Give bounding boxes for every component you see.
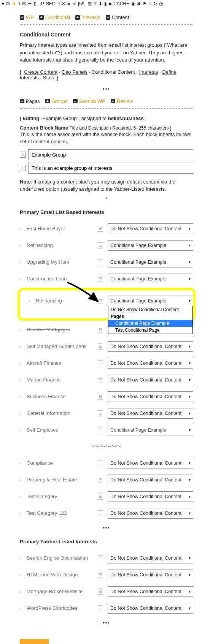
tools-icon[interactable]: ✖	[137, 1, 141, 6]
interest-select[interactable]: Conditional Page Example▾	[108, 240, 193, 251]
crumb-stats[interactable]: Stats	[43, 75, 54, 81]
interest-select[interactable]: Conditional Page Example▾	[108, 425, 193, 435]
shuffle-icon[interactable]: ✕	[62, 1, 65, 6]
redo-icon[interactable]: ↻	[153, 1, 157, 6]
interest-select[interactable]: Do Not Show Conditional Content▾	[108, 408, 193, 419]
chevron-down-icon: ▾	[189, 511, 191, 515]
pie-icon[interactable]: ◔	[159, 1, 163, 6]
expand-icon[interactable]: +	[20, 165, 26, 171]
block-title-input[interactable]	[28, 149, 193, 160]
interest-select[interactable]: Conditional Page Example▾	[108, 257, 193, 267]
interest-select[interactable]: Do Not Show Conditional Content▾	[108, 475, 193, 485]
badge-count[interactable]: [59]	[78, 1, 86, 6]
interest-label: General Information	[27, 410, 94, 416]
interest-label: Marine Finance	[27, 377, 94, 383]
chevron-icon: ›	[20, 411, 23, 416]
document-icon[interactable]	[98, 555, 103, 561]
document-icon[interactable]	[98, 494, 103, 500]
tab-send[interactable]: +Send to WP	[73, 98, 105, 104]
shield-icon[interactable]: ♥	[2, 1, 4, 6]
film-icon[interactable]: ▮	[104, 1, 107, 6]
interest-label: First Home Buyer	[27, 226, 94, 231]
admin-toolbar[interactable]: ♥ ✉ ▼ ℹ ✉ ☰ ▯ LP SEO fi ✕ ♣ ≺ [59] ▤ Y ⬇…	[0, 0, 213, 8]
image-icon[interactable]: ▤	[87, 1, 92, 6]
interest-select[interactable]: Conditional Page Example▾	[108, 274, 193, 284]
expand-icon[interactable]: +	[20, 152, 26, 158]
gauge-icon[interactable]: ◉	[131, 1, 135, 6]
save-button[interactable]: Save	[20, 639, 49, 644]
tab-conditional[interactable]: +Conditional	[39, 14, 70, 20]
tab-interests[interactable]: +Interests	[75, 14, 100, 20]
document-icon[interactable]	[98, 226, 103, 232]
funnel-icon[interactable]: ▼	[12, 1, 16, 6]
document-icon[interactable]	[98, 589, 103, 595]
tab-wp[interactable]: +WP	[20, 14, 34, 20]
crumb-create[interactable]: Create Content	[24, 69, 57, 75]
dropdown-option[interactable]: Do Not Show Conditional Content	[108, 306, 192, 313]
interest-row: › Aircraft Finance Do Not Show Condition…	[20, 355, 193, 372]
chevron-down-icon: ▾	[189, 478, 191, 482]
document-icon[interactable]	[98, 276, 103, 282]
cache-label[interactable]: CACHE	[113, 1, 129, 6]
interest-select[interactable]: Do Not Show Conditional Content▾	[108, 341, 193, 352]
interest-select-open[interactable]: Conditional Page Example▾ Do Not Show Co…	[108, 296, 193, 306]
interest-select[interactable]: Do Not Show Conditional Content▾	[108, 223, 193, 234]
interest-label: Test Category	[27, 494, 94, 499]
document-icon[interactable]	[98, 427, 103, 433]
info-icon[interactable]: ℹ	[18, 1, 20, 6]
tab-groups[interactable]: +Groups	[45, 98, 68, 104]
list-icon[interactable]: ☰	[28, 1, 32, 6]
interest-label: Test Category 123	[27, 510, 94, 516]
document-icon[interactable]	[98, 360, 103, 366]
fi-icon[interactable]: fi	[57, 1, 60, 6]
lp-label[interactable]: LP	[38, 1, 44, 6]
fork-icon[interactable]: Y	[94, 1, 97, 6]
interest-select[interactable]: Do Not Show Conditional Content▾	[108, 553, 193, 563]
dropdown-option[interactable]: Conditional Page Example	[108, 320, 192, 327]
video-icon[interactable]: ■	[109, 1, 111, 6]
document-icon[interactable]	[98, 343, 103, 350]
dropdown-option[interactable]: Test Conditional Page	[108, 327, 192, 334]
document-icon[interactable]	[98, 298, 103, 304]
document-icon[interactable]	[98, 242, 103, 248]
interest-select[interactable]: Do Not Show Conditional Content▾	[108, 375, 193, 385]
interest-select[interactable]: Do Not Show Conditional Content▾	[108, 603, 193, 614]
user-icon[interactable]: ♣	[67, 1, 70, 6]
seo-label[interactable]: SEO	[46, 1, 56, 6]
document-icon[interactable]	[98, 460, 103, 466]
crumb-interests[interactable]: Interests	[139, 69, 158, 75]
tab-review[interactable]: +Review	[111, 98, 133, 104]
document-icon[interactable]	[98, 327, 103, 333]
interest-select[interactable]: Do Not Show Conditional Content▾	[108, 586, 193, 597]
interest-select[interactable]: Do Not Show Conditional Content▾	[108, 458, 193, 468]
mail-icon[interactable]: ✉	[6, 1, 10, 6]
share-icon[interactable]: ≺	[72, 1, 76, 6]
doc-icon[interactable]: ▯	[34, 1, 37, 6]
block-desc-input[interactable]	[28, 163, 193, 174]
interest-select[interactable]: Do Not Show Conditional Content▾	[108, 391, 193, 402]
document-icon[interactable]	[98, 572, 103, 578]
interest-select[interactable]: Do Not Show Conditional Content▾	[108, 358, 193, 369]
interest-row: › Search Engine Optimisation Do Not Show…	[20, 550, 193, 566]
section-description: Primary interest types are inherited fro…	[20, 41, 193, 64]
interest-select[interactable]: Do Not Show Conditional Content▾	[108, 508, 193, 519]
document-icon[interactable]	[98, 477, 103, 483]
dropdown-option[interactable]: Pages	[108, 313, 192, 320]
crumb-geo[interactable]: Geo Panels	[62, 69, 87, 75]
plus-icon: +	[75, 15, 80, 20]
document-icon[interactable]	[98, 394, 103, 400]
document-icon[interactable]	[98, 510, 103, 516]
download-icon[interactable]: ⬇	[99, 1, 102, 6]
tab-content[interactable]: +Content	[106, 14, 129, 20]
flag-icon[interactable]: ⚑	[143, 1, 147, 6]
document-icon[interactable]	[98, 410, 103, 416]
yabber-interests-title: Primary Yabber-Listed Interests	[20, 539, 193, 544]
document-icon[interactable]	[98, 605, 103, 611]
outbox-icon[interactable]: ✉	[22, 1, 26, 6]
tab-pages[interactable]: +Pages	[20, 98, 40, 104]
bullets-icon[interactable]: ≡	[149, 1, 151, 6]
document-icon[interactable]	[98, 259, 103, 265]
document-icon[interactable]	[98, 377, 103, 383]
interest-select[interactable]: Do Not Show Conditional Content▾	[108, 570, 193, 580]
interest-select[interactable]: Do Not Show Conditional Content▾	[108, 491, 193, 502]
